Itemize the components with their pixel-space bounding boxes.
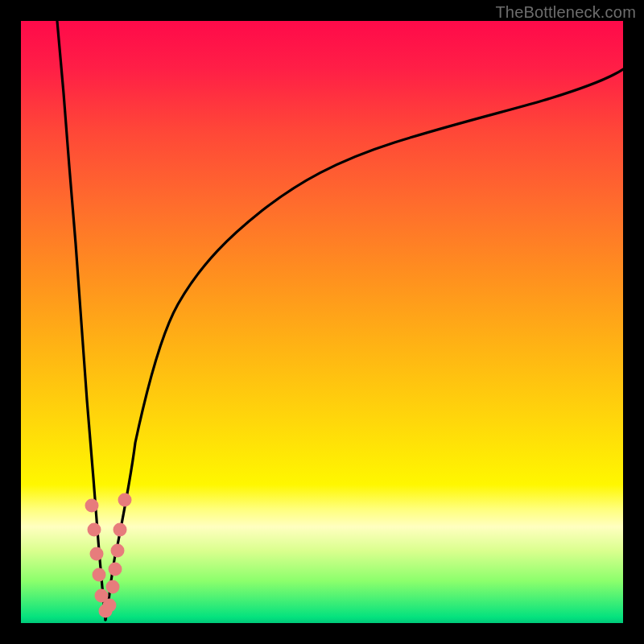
marker-dot [114, 523, 127, 537]
marker-dot [111, 544, 125, 558]
marker-dot [85, 499, 99, 513]
marker-dot [88, 523, 101, 537]
marker-dot [93, 568, 106, 582]
marker-dot [106, 580, 120, 594]
marker-dot [90, 547, 104, 561]
marker-dot [109, 563, 122, 576]
chart-frame: TheBottleneck.com [0, 0, 644, 644]
attribution-label: TheBottleneck.com [495, 3, 636, 22]
marker-dot [103, 599, 117, 613]
chart-curve-layer [21, 21, 623, 623]
right-branch-curve [105, 69, 623, 620]
marker-dot [118, 493, 132, 507]
